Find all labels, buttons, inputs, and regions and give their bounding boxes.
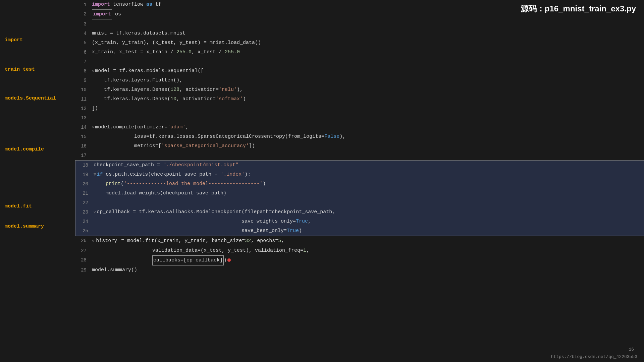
line-content-4: mnist = tf.keras.datasets.mnist bbox=[91, 29, 644, 38]
code-line-27: 27 validation_data=(x_test, y_test), val… bbox=[74, 246, 644, 255]
line-content-16: metrics=['sparse_categorical_accuracy']) bbox=[91, 141, 644, 151]
line-num-16: 16 bbox=[74, 141, 91, 151]
code-line-6: 6 x_train, x_test = x_train / 255.0, x_t… bbox=[74, 48, 644, 57]
line-content-14: ▽model.compile(optimizer='adam', bbox=[91, 123, 644, 132]
code-line-9: 9 tf.keras.layers.Flatten(), bbox=[74, 76, 644, 85]
line-num-28: 28 bbox=[74, 255, 91, 265]
line-content-15: loss=tf.keras.losses.SparseCategoricalCr… bbox=[91, 132, 644, 141]
line-content-17 bbox=[91, 151, 644, 160]
line-num-12: 12 bbox=[74, 104, 91, 113]
line-content-23: ▽cp_callback = tf.keras.callbacks.ModelC… bbox=[92, 207, 644, 217]
line-num-29: 29 bbox=[74, 265, 91, 275]
sidebar-item-model-compile[interactable]: model.compile bbox=[0, 143, 74, 156]
line-content-26: ▽history = model.fit(x_train, y_train, b… bbox=[91, 236, 644, 246]
code-line-8: 8 ▽model = tf.keras.models.Sequential([ bbox=[74, 66, 644, 76]
line-content-20: print('-------------load the model------… bbox=[92, 179, 644, 189]
code-line-22: 22 bbox=[75, 198, 644, 207]
sidebar-item-models-sequential[interactable]: models.Sequential bbox=[0, 92, 74, 105]
line-num-21: 21 bbox=[75, 189, 92, 198]
line-num-2: 2 bbox=[74, 9, 91, 19]
line-content-6: x_train, x_test = x_train / 255.0, x_tes… bbox=[91, 48, 644, 57]
code-line-10: 10 tf.keras.layers.Dense(128, activation… bbox=[74, 85, 644, 95]
code-line-28: 28 callbacks=[cp_callback]) bbox=[74, 255, 644, 265]
code-line-5: 5 (x_train, y_train), (x_test, y_test) =… bbox=[74, 38, 644, 48]
line-num-14: 14 bbox=[74, 123, 91, 132]
code-line-17: 17 bbox=[74, 151, 644, 160]
line-content-7 bbox=[91, 57, 644, 66]
code-line-29: 29 model.summary() bbox=[74, 265, 644, 275]
sidebar-item-model-fit[interactable]: model.fit bbox=[0, 200, 74, 213]
line-content-11: tf.keras.layers.Dense(10, activation='so… bbox=[91, 95, 644, 104]
line-content-29: model.summary() bbox=[91, 265, 644, 275]
line-num-7: 7 bbox=[74, 57, 91, 66]
line-num-24: 24 bbox=[75, 217, 92, 226]
sidebar: import train test models.Sequential mode… bbox=[0, 0, 74, 362]
sidebar-item-train-test[interactable]: train test bbox=[0, 63, 74, 76]
line-num-27: 27 bbox=[74, 246, 91, 255]
line-num-22: 22 bbox=[75, 198, 92, 207]
line-num-3: 3 bbox=[74, 19, 91, 29]
line-num-11: 11 bbox=[74, 95, 91, 104]
line-num-10: 10 bbox=[74, 85, 91, 95]
line-content-18: checkpoint_save_path = "./checkpoint/mni… bbox=[92, 161, 644, 170]
line-content-24: save_weights_only=True, bbox=[92, 217, 644, 226]
line-content-8: ▽model = tf.keras.models.Sequential([ bbox=[91, 66, 644, 76]
line-num-17: 17 bbox=[74, 151, 91, 160]
line-num-13: 13 bbox=[74, 113, 91, 123]
line-content-21: model.load_weights(checkpoint_save_path) bbox=[92, 189, 644, 198]
code-line-12: 12 ]) bbox=[74, 104, 644, 113]
line-content-3 bbox=[91, 19, 644, 29]
code-line-21: 21 model.load_weights(checkpoint_save_pa… bbox=[75, 189, 644, 198]
line-num-1: 1 bbox=[74, 0, 91, 9]
line-num-26: 26 bbox=[74, 236, 91, 246]
code-line-14: 14 ▽model.compile(optimizer='adam', bbox=[74, 123, 644, 132]
watermark: 源码：p16_mnist_train_ex3.py bbox=[521, 3, 636, 14]
line-num-19: 19 bbox=[75, 170, 92, 179]
code-line-25: 25 save_best_only=True) bbox=[75, 226, 644, 236]
code-line-16: 16 metrics=['sparse_categorical_accuracy… bbox=[74, 141, 644, 151]
line-num-5: 5 bbox=[74, 38, 91, 48]
line-num-9: 9 bbox=[74, 76, 91, 85]
code-line-3: 3 bbox=[74, 19, 644, 29]
code-block: 1 import tensorflow as tf 2 import os 3 … bbox=[74, 0, 644, 275]
line-num-18: 18 bbox=[75, 161, 92, 170]
line-num-6: 6 bbox=[74, 48, 91, 57]
line-num-15: 15 bbox=[74, 132, 91, 141]
line-content-9: tf.keras.layers.Flatten(), bbox=[91, 76, 644, 85]
line-num-4: 4 bbox=[74, 29, 91, 38]
code-line-19: 19 ▽if os.path.exists(checkpoint_save_pa… bbox=[75, 170, 644, 179]
line-content-13 bbox=[91, 113, 644, 123]
code-line-26: 26 ▽history = model.fit(x_train, y_train… bbox=[74, 236, 644, 246]
line-content-28: callbacks=[cp_callback]) bbox=[91, 255, 644, 265]
line-content-10: tf.keras.layers.Dense(128, activation='r… bbox=[91, 85, 644, 95]
code-line-13: 13 bbox=[74, 113, 644, 123]
code-line-11: 11 tf.keras.layers.Dense(10, activation=… bbox=[74, 95, 644, 104]
line-content-27: validation_data=(x_test, y_test), valida… bbox=[91, 246, 644, 255]
code-editor: 源码：p16_mnist_train_ex3.py 1 import tenso… bbox=[74, 0, 644, 362]
sidebar-item-model-summary[interactable]: model.summary bbox=[0, 220, 74, 233]
code-line-24: 24 save_weights_only=True, bbox=[75, 217, 644, 226]
cursor-dot bbox=[227, 258, 231, 262]
line-content-25: save_best_only=True) bbox=[92, 226, 644, 236]
line-content-5: (x_train, y_train), (x_test, y_test) = m… bbox=[91, 38, 644, 48]
line-content-12: ]) bbox=[91, 104, 644, 113]
line-content-22 bbox=[92, 198, 644, 207]
code-line-7: 7 bbox=[74, 57, 644, 66]
code-line-15: 15 loss=tf.keras.losses.SparseCategorica… bbox=[74, 132, 644, 141]
line-num-23: 23 bbox=[75, 207, 92, 217]
footer-url: https://blog.csdn.net/qq_42263553 bbox=[551, 354, 637, 359]
page-number: 16 bbox=[629, 347, 634, 352]
code-line-18: 18 checkpoint_save_path = "./checkpoint/… bbox=[75, 160, 644, 170]
line-num-25: 25 bbox=[75, 226, 92, 236]
code-line-20: 20 print('-------------load the model---… bbox=[75, 179, 644, 189]
line-content-19: ▽if os.path.exists(checkpoint_save_path … bbox=[92, 170, 644, 179]
code-line-23: 23 ▽cp_callback = tf.keras.callbacks.Mod… bbox=[75, 207, 644, 217]
line-num-8: 8 bbox=[74, 66, 91, 76]
sidebar-item-import[interactable]: import bbox=[0, 34, 74, 47]
code-line-4: 4 mnist = tf.keras.datasets.mnist bbox=[74, 29, 644, 38]
line-num-20: 20 bbox=[75, 179, 92, 189]
